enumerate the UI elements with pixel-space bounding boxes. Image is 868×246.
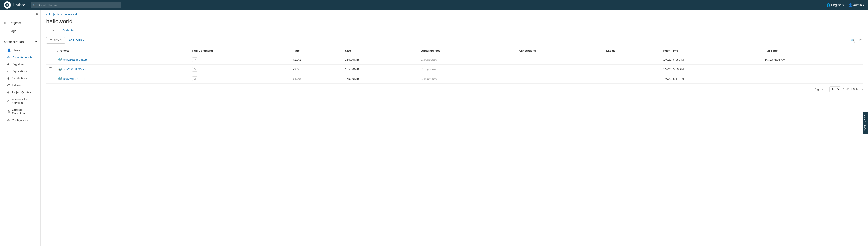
interrogation-services-label: Interrogation Services xyxy=(11,98,37,104)
select-all-checkbox[interactable] xyxy=(49,49,52,52)
users-label: Users xyxy=(13,49,20,52)
row-select-checkbox[interactable] xyxy=(49,58,52,61)
breadcrumb: < Projects < helloworld xyxy=(41,10,868,16)
sidebar-item-distributions[interactable]: ◈ Distributions xyxy=(0,75,40,82)
pull-command-cell: ⧉ xyxy=(189,74,290,84)
size-cell: 155.80MiB xyxy=(342,55,417,64)
user-icon: 👤 xyxy=(848,3,852,7)
row-checkbox xyxy=(46,64,55,74)
user-menu[interactable]: 👤 admin ▾ xyxy=(848,3,864,7)
push-time-cell: 1/7/23, 5:59 AM xyxy=(660,64,762,74)
sidebar-item-interrogation-services[interactable]: ⊙ Interrogation Services xyxy=(0,96,40,106)
artifact-whale-icon: 🐳 xyxy=(57,77,62,81)
sidebar-item-replications[interactable]: ⇄ Replications xyxy=(0,68,40,75)
copy-pull-command-button[interactable]: ⧉ xyxy=(192,76,197,81)
sidebar: « ◫ Projects ☰ Logs Administration ▾ 👤 U… xyxy=(0,10,41,246)
sidebar-item-labels[interactable]: 🏷 Labels xyxy=(0,82,40,89)
push-time-cell: 1/7/23, 6:05 AM xyxy=(660,55,762,64)
page-size-label: Page size xyxy=(814,87,827,91)
table-search-icon: 🔍 xyxy=(850,38,855,43)
vulnerabilities-cell: Unsupported xyxy=(418,55,516,64)
search-area[interactable] xyxy=(31,2,121,8)
sidebar-item-project-quotas[interactable]: ⊙ Project Quotas xyxy=(0,89,40,96)
table-search-button[interactable]: 🔍 xyxy=(850,37,856,44)
distributions-label: Distributions xyxy=(11,77,28,80)
annotations-cell xyxy=(516,64,603,74)
actions-chevron-icon: ▾ xyxy=(83,39,85,42)
search-input[interactable] xyxy=(31,2,121,8)
labels-cell xyxy=(603,64,660,74)
actions-button[interactable]: ACTIONS ▾ xyxy=(68,39,85,42)
sidebar-logs-label: Logs xyxy=(9,29,16,33)
annotations-cell xyxy=(516,74,603,84)
sidebar-admin-section: 👤 Users ⚙ Robot Accounts ⊕ Registries ⇄ … xyxy=(0,46,40,125)
pull-command-cell: ⧉ xyxy=(189,64,290,74)
sidebar-administration-header[interactable]: Administration ▾ xyxy=(0,38,40,46)
copy-pull-command-button[interactable]: ⧉ xyxy=(192,67,197,72)
sidebar-main-section: ◫ Projects ☰ Logs xyxy=(0,18,40,36)
sidebar-item-configuration[interactable]: ⚙ Configuration xyxy=(0,117,40,124)
col-pull-command: Pull Command xyxy=(189,47,290,55)
sidebar-item-garbage-collection[interactable]: 🗑 Garbage Collection xyxy=(0,106,40,117)
sidebar-item-robot-accounts[interactable]: ⚙ Robot Accounts xyxy=(0,54,40,61)
scan-shield-icon: 🛡 xyxy=(50,39,53,42)
row-checkbox xyxy=(46,74,55,84)
pull-command-cell: ⧉ xyxy=(189,55,290,64)
main-layout: « ◫ Projects ☰ Logs Administration ▾ 👤 U… xyxy=(0,10,868,246)
col-checkbox xyxy=(46,47,55,55)
garbage-collection-icon: 🗑 xyxy=(7,110,10,113)
artifact-whale-icon: 🐳 xyxy=(57,58,62,62)
tags-cell: v1.0.8 xyxy=(290,74,342,84)
event-log-tab[interactable]: EVENT LOG xyxy=(863,112,868,134)
artifact-cell: 🐳 sha256:c8c953c3 xyxy=(55,64,189,74)
language-label: English xyxy=(831,3,841,7)
scan-button[interactable]: 🛡 SCAN xyxy=(46,37,65,44)
tab-artifacts[interactable]: Artifacts xyxy=(59,27,78,34)
col-annotations: Annotations xyxy=(516,47,603,55)
refresh-button[interactable]: ↺ xyxy=(858,37,863,44)
artifact-link[interactable]: 🐳 sha256:155deabb xyxy=(57,58,187,62)
actions-label: ACTIONS xyxy=(68,39,82,42)
page-title: helloworld xyxy=(41,16,868,25)
language-selector[interactable]: 🌐 English ▾ xyxy=(827,3,844,7)
sidebar-collapse-button[interactable]: « xyxy=(36,12,38,16)
top-navigation: Harbor 🌐 English ▾ 👤 admin ▾ xyxy=(0,0,868,10)
pull-time-cell xyxy=(762,64,863,74)
logo-area[interactable]: Harbor xyxy=(4,1,25,9)
row-select-checkbox[interactable] xyxy=(49,77,52,80)
table-row: 🐳 sha256:155deabb ⧉ v2.0.1 155.80MiB Uns… xyxy=(46,55,863,64)
sidebar-item-users[interactable]: 👤 Users xyxy=(0,47,40,54)
interrogation-services-icon: ⊙ xyxy=(7,100,10,103)
breadcrumb-helloworld[interactable]: < helloworld xyxy=(61,13,77,16)
sidebar-divider-1 xyxy=(0,37,40,37)
toolbar-right: 🔍 ↺ xyxy=(850,37,863,44)
sidebar-item-registries[interactable]: ⊕ Registries xyxy=(0,61,40,68)
sidebar-item-logs[interactable]: ☰ Logs xyxy=(0,27,40,35)
configuration-icon: ⚙ xyxy=(7,118,10,122)
robot-accounts-icon: ⚙ xyxy=(7,55,10,59)
tags-cell: v2.0 xyxy=(290,64,342,74)
administration-label: Administration xyxy=(4,40,24,44)
row-checkbox xyxy=(46,55,55,64)
topnav-right: 🌐 English ▾ 👤 admin ▾ xyxy=(827,3,864,7)
col-pull-time: Pull Time xyxy=(762,47,863,55)
vulnerability-status: Unsupported xyxy=(421,67,437,71)
artifact-link[interactable]: 🐳 sha256:fa7ae1fc xyxy=(57,77,187,81)
pull-time-cell: 1/7/23, 6:05 AM xyxy=(762,55,863,64)
configuration-label: Configuration xyxy=(12,118,29,122)
pagination: Page size 152550 1 - 3 of 3 items xyxy=(41,84,868,95)
scan-label: SCAN xyxy=(54,39,62,42)
main-content: < Projects < helloworld helloworld Info … xyxy=(41,10,868,246)
tab-info[interactable]: Info xyxy=(46,27,59,34)
labels-cell xyxy=(603,74,660,84)
col-tags: Tags xyxy=(290,47,342,55)
copy-pull-command-button[interactable]: ⧉ xyxy=(192,57,197,62)
artifact-hash: sha256:fa7ae1fc xyxy=(63,77,85,80)
row-select-checkbox[interactable] xyxy=(49,67,52,71)
breadcrumb-projects[interactable]: < Projects xyxy=(46,13,59,16)
page-size-select[interactable]: 152550 xyxy=(829,86,840,92)
sidebar-item-projects[interactable]: ◫ Projects xyxy=(0,19,40,27)
artifact-link[interactable]: 🐳 sha256:c8c953c3 xyxy=(57,67,187,71)
size-cell: 155.80MiB xyxy=(342,64,417,74)
user-chevron-icon: ▾ xyxy=(863,3,864,7)
